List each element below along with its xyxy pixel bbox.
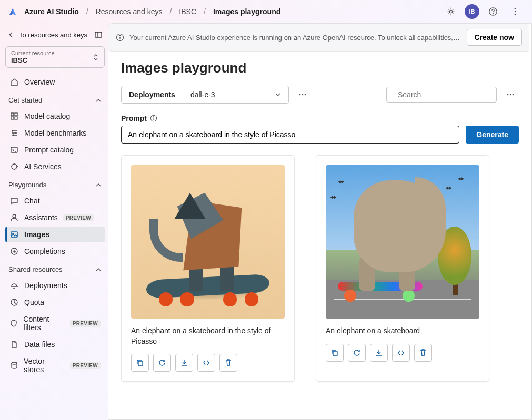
svg-rect-6 [95,32,102,37]
breadcrumb-project[interactable]: IBSC [177,6,198,17]
more-horizontal-icon [298,90,307,99]
result-caption: An elephant on a skateboard [326,326,479,336]
deployment-dropdown[interactable]: dall-e-3 [183,86,288,103]
svg-point-26 [507,94,509,96]
svg-point-3 [515,8,516,9]
result-image[interactable] [131,165,285,319]
gear-icon [446,7,456,16]
search-box[interactable] [386,87,497,103]
nav-quota[interactable]: Quota [5,294,105,310]
nav-chat[interactable]: Chat [5,193,105,209]
toolbar-more-button[interactable] [294,86,311,103]
section-get-started[interactable]: Get started [5,91,105,107]
chevron-down-icon [275,91,281,98]
download-button[interactable] [370,344,388,362]
svg-point-30 [153,117,154,117]
main-panel: Your current Azure AI Studio experience … [108,23,532,420]
nav-content-filters[interactable]: Content filtersPREVIEW [5,311,105,335]
download-icon [375,349,383,357]
svg-point-28 [513,94,514,96]
nav-label: Prompt catalog [24,146,74,154]
nav-images[interactable]: Images [5,227,105,242]
chevron-up-icon [95,267,102,273]
resource-selector[interactable]: Current resource IBSC [5,46,105,68]
info-icon[interactable] [150,115,157,122]
svg-point-21 [119,35,120,36]
search-icon [393,91,394,99]
nav-assistants[interactable]: AssistantsPREVIEW [5,210,105,226]
panel-toggle-icon[interactable] [94,30,103,39]
nav-label: Quota [24,298,44,306]
prompt-icon [10,146,18,154]
nav-data-files[interactable]: Data files [5,336,105,352]
svg-point-27 [510,94,511,96]
more-horizontal-icon [506,90,515,99]
svg-rect-11 [15,117,17,119]
file-icon [10,340,18,349]
preview-badge: PREVIEW [70,320,101,327]
delete-button[interactable] [414,344,432,362]
copy-button[interactable] [131,354,149,372]
breadcrumb-page[interactable]: Images playground [211,6,283,17]
nav-model-benchmarks[interactable]: Model benchmarks [5,125,105,141]
preview-badge: PREVIEW [63,214,94,221]
download-button[interactable] [175,354,193,372]
copy-button[interactable] [326,344,344,362]
svg-rect-15 [11,232,17,237]
result-image[interactable] [326,165,479,319]
deployment-selector: Deployments dall-e-3 [121,86,289,104]
completions-icon [10,247,18,255]
more-vertical-icon [510,7,520,16]
prompt-input[interactable] [121,126,459,144]
azure-logo-icon [8,7,17,16]
benchmarks-icon [10,129,18,137]
result-card: An elephant on a skateboard in the style… [121,155,295,382]
chat-icon [10,197,18,205]
page-title: Images playground [121,60,519,76]
code-button[interactable] [392,344,410,362]
svg-point-5 [515,14,516,15]
result-actions [131,354,285,372]
breadcrumb-app[interactable]: Azure AI Studio [22,6,81,17]
svg-point-24 [305,94,306,96]
svg-point-0 [449,10,452,13]
sidebar: To resources and keys Current resource I… [0,23,108,420]
quota-icon [10,298,18,306]
regenerate-button[interactable] [348,344,366,362]
delete-button[interactable] [219,354,237,372]
nav-completions[interactable]: Completions [5,243,105,259]
help-button[interactable] [485,3,501,20]
generate-button[interactable]: Generate [466,126,519,144]
toolbar-more-button-2[interactable] [502,86,519,103]
back-link[interactable]: To resources and keys [5,27,105,42]
nav-label: Model catalog [24,112,70,120]
create-now-button[interactable]: Create now [467,29,522,46]
regenerate-button[interactable] [153,354,171,372]
trash-icon [419,349,427,357]
nav-deployments[interactable]: Deployments [5,278,105,293]
breadcrumb-resources[interactable]: Resources and keys [94,6,165,17]
svg-point-4 [515,11,516,13]
section-playgrounds[interactable]: Playgrounds [5,176,105,192]
deployment-label: Deployments [122,86,183,103]
svg-rect-8 [11,113,14,116]
home-icon [10,78,18,86]
nav-prompt-catalog[interactable]: Prompt catalog [5,142,105,158]
copy-icon [136,358,144,367]
svg-rect-32 [333,351,337,356]
section-shared[interactable]: Shared resources [5,260,105,276]
nav-model-catalog[interactable]: Model catalog [5,108,105,124]
nav-vector-stores[interactable]: Vector storesPREVIEW [5,353,105,377]
nav-label: Overview [24,78,55,86]
more-button[interactable] [507,3,524,20]
nav-ai-services[interactable]: AI Services [5,159,105,175]
toolbar: Deployments dall-e-3 [121,86,519,104]
search-input[interactable] [398,90,490,99]
resource-value: IBSC [11,56,93,64]
svg-rect-31 [138,361,143,366]
avatar[interactable]: IB [465,4,479,19]
nav-label: Completions [24,247,65,255]
code-button[interactable] [197,354,215,372]
nav-overview[interactable]: Overview [5,74,105,90]
settings-button[interactable] [443,3,459,20]
